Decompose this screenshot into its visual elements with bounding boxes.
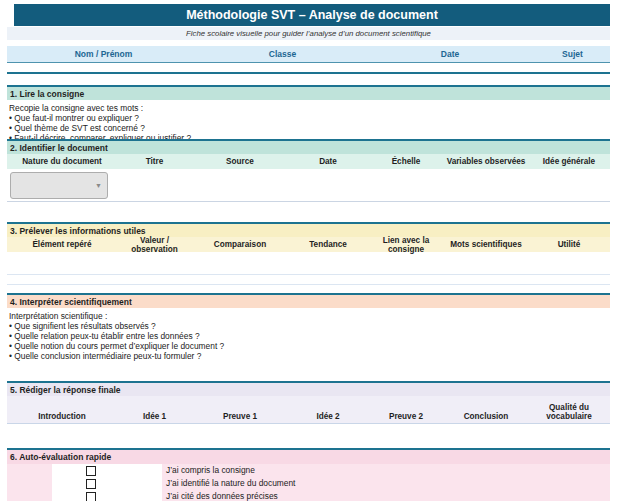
section-4-title: 4. Interpréter scientifiquement bbox=[7, 293, 610, 308]
guideline-line: Recopie la consigne avec tes mots : bbox=[9, 103, 610, 113]
section-3-title: 3. Prélever les informations utiles bbox=[7, 222, 610, 237]
chevron-down-icon: ▼ bbox=[95, 182, 107, 189]
checkbox-cell bbox=[52, 490, 162, 501]
self-check-label: J’ai cité des données précises bbox=[166, 491, 278, 501]
column-header: Preuve 2 bbox=[368, 412, 444, 421]
column-header: Titre bbox=[117, 157, 192, 166]
self-check-row: J’ai compris la consigne bbox=[7, 464, 610, 477]
data-entry-row[interactable] bbox=[7, 424, 610, 446]
column-header: Nature du document bbox=[7, 157, 117, 166]
column-header: Valeur / observation bbox=[117, 236, 192, 254]
column-header: Lien avec la consigne bbox=[368, 236, 444, 254]
self-check-row: J’ai identifié la nature du document bbox=[7, 477, 610, 490]
identity-label-classe: Classe bbox=[200, 49, 365, 59]
column-header: Comparaison bbox=[192, 240, 288, 249]
section-2-title: 2. Identifier le document bbox=[7, 139, 610, 154]
column-header: Source bbox=[192, 157, 288, 166]
column-header: Variables observées bbox=[444, 157, 528, 166]
self-check-label: J’ai identifié la nature du document bbox=[166, 478, 295, 488]
column-header: Qualité du vocabulaire bbox=[528, 403, 610, 421]
column-header: Idée 2 bbox=[288, 412, 368, 421]
guideline-line: • Quelle notion du cours permet d’expliq… bbox=[9, 341, 610, 351]
column-header: Mots scientifiques bbox=[444, 240, 528, 249]
column-header: Utilité bbox=[528, 240, 610, 249]
section-prelever-informations: 3. Prélever les informations utiles Élém… bbox=[7, 222, 610, 285]
section-4-guidelines: Interprétation scientifique : • Que sign… bbox=[7, 308, 610, 361]
section-auto-evaluation: 6. Auto-évaluation rapide J’ai compris l… bbox=[7, 448, 610, 501]
column-header: Idée générale bbox=[528, 157, 610, 166]
section-identifier-le-document: 2. Identifier le document Nature du docu… bbox=[7, 139, 610, 202]
guideline-line: • Quelle relation peux-tu établir entre … bbox=[9, 331, 610, 341]
checkbox-cell bbox=[52, 464, 162, 477]
section-1-title: 1. Lire la consigne bbox=[7, 85, 610, 100]
column-header: Élément repéré bbox=[7, 240, 117, 249]
section-2-entry-row[interactable]: ▼ bbox=[7, 169, 610, 202]
section-3-column-headers: Élément repéré Valeur / observation Comp… bbox=[7, 237, 610, 252]
identity-header-row: Nom / Prénom Classe Date Sujet bbox=[7, 46, 610, 62]
column-header: Idée 1 bbox=[117, 412, 192, 421]
column-header: Échelle bbox=[368, 157, 444, 166]
guideline-line: • Quel thème de SVT est concerné ? bbox=[9, 123, 610, 133]
checkbox[interactable] bbox=[86, 492, 96, 501]
checkbox[interactable] bbox=[86, 479, 96, 489]
data-entry-row[interactable] bbox=[7, 252, 610, 275]
identity-label-date: Date bbox=[365, 49, 535, 59]
section-lire-la-consigne: 1. Lire la consigne Recopie la consigne … bbox=[7, 85, 610, 143]
identity-label-sujet: Sujet bbox=[535, 49, 610, 59]
section-5-column-headers: Introduction Idée 1 Preuve 1 Idée 2 Preu… bbox=[7, 396, 610, 424]
nature-du-document-select[interactable]: ▼ bbox=[10, 172, 108, 199]
section-1-guidelines: Recopie la consigne avec tes mots : • Qu… bbox=[7, 100, 610, 143]
guideline-line: • Quelle conclusion intermédiaire peux-t… bbox=[9, 351, 610, 361]
section-6-title: 6. Auto-évaluation rapide bbox=[7, 448, 610, 464]
worksheet: Méthodologie SVT – Analyse de document F… bbox=[0, 0, 625, 501]
self-check-row: J’ai cité des données précises bbox=[7, 490, 610, 501]
column-header: Date bbox=[288, 157, 368, 166]
section-interpreter: 4. Interpréter scientifiquement Interpré… bbox=[7, 293, 610, 361]
section-2-column-headers: Nature du document Titre Source Date Éch… bbox=[7, 154, 610, 169]
column-header: Introduction bbox=[7, 412, 117, 421]
guideline-line: • Que faut-il montrer ou expliquer ? bbox=[9, 113, 610, 123]
section-5-title: 5. Rédiger la réponse finale bbox=[7, 381, 610, 396]
page-subtitle: Fiche scolaire visuelle pour guider l’an… bbox=[7, 27, 610, 40]
checkbox[interactable] bbox=[86, 466, 96, 476]
section-rediger-reponse: 5. Rédiger la réponse finale Introductio… bbox=[7, 381, 610, 446]
self-check-label: J’ai compris la consigne bbox=[166, 465, 255, 475]
column-header: Preuve 1 bbox=[192, 412, 288, 421]
column-header: Conclusion bbox=[444, 412, 528, 421]
identity-label-nom: Nom / Prénom bbox=[7, 49, 200, 59]
checkbox-cell bbox=[52, 477, 162, 490]
guideline-line: Interprétation scientifique : bbox=[9, 311, 610, 321]
column-header: Tendance bbox=[288, 240, 368, 249]
guideline-line: • Que signifient les résultats observés … bbox=[9, 321, 610, 331]
identity-input-row[interactable] bbox=[7, 62, 610, 74]
data-entry-row[interactable] bbox=[7, 275, 610, 285]
page-title: Méthodologie SVT – Analyse de document bbox=[14, 4, 610, 26]
